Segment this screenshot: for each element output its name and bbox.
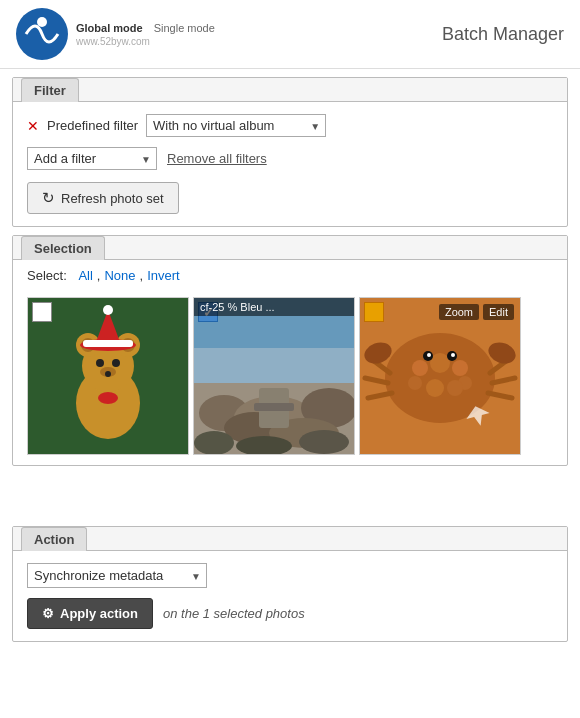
selection-controls: Select: All, None, Invert	[13, 260, 567, 287]
predefined-filter-label: Predefined filter	[47, 118, 138, 133]
action-select[interactable]: Synchronize metadata Delete Move to albu…	[27, 563, 207, 588]
apply-action-row: ⚙ Apply action on the 1 selected photos	[27, 598, 553, 629]
svg-point-16	[103, 305, 113, 315]
svg-point-13	[105, 371, 111, 377]
svg-point-18	[98, 392, 118, 404]
selection-tab: Selection	[21, 236, 105, 260]
edit-button[interactable]: Edit	[483, 304, 514, 320]
svg-rect-17	[83, 340, 133, 347]
predefined-filter-row: ✕ Predefined filter With no virtual albu…	[27, 114, 553, 137]
apply-action-info: on the 1 selected photos	[163, 606, 305, 621]
svg-rect-21	[194, 348, 354, 383]
header: Global mode Single mode www.52byw.com Ba…	[0, 0, 580, 69]
photo-item	[27, 297, 189, 455]
add-filter-row: Add a filter Remove all filters	[27, 147, 553, 170]
refresh-label: Refresh photo set	[61, 191, 164, 206]
photos-grid: cf-25 % Bleu ... Zoom Edit	[13, 287, 567, 465]
photo-2-caption: cf-25 % Bleu ...	[194, 298, 354, 316]
svg-point-40	[426, 379, 444, 397]
header-mode-links: Global mode Single mode www.52byw.com	[76, 22, 215, 47]
photo-item: cf-25 % Bleu ...	[193, 297, 355, 455]
svg-point-28	[194, 431, 234, 454]
apply-action-button[interactable]: ⚙ Apply action	[27, 598, 153, 629]
action-section: Action Synchronize metadata Delete Move …	[12, 526, 568, 642]
select-invert-link[interactable]: Invert	[147, 268, 180, 283]
selection-tab-container: Selection	[13, 236, 567, 260]
svg-point-52	[427, 353, 431, 357]
svg-point-37	[452, 360, 468, 376]
svg-point-1	[37, 17, 47, 27]
filter-body: ✕ Predefined filter With no virtual albu…	[13, 102, 567, 226]
photo-1-checkbox[interactable]	[32, 302, 52, 322]
filter-tab: Filter	[21, 78, 79, 102]
single-mode-link[interactable]: Single mode	[154, 22, 215, 34]
svg-point-10	[96, 359, 104, 367]
logo-area: Global mode Single mode www.52byw.com	[16, 8, 215, 60]
apply-gear-icon: ⚙	[42, 606, 54, 621]
svg-point-35	[412, 360, 428, 376]
action-tab: Action	[21, 527, 87, 551]
svg-point-53	[451, 353, 455, 357]
svg-point-30	[299, 430, 349, 454]
app-logo	[16, 8, 68, 60]
global-mode-link[interactable]: Global mode	[76, 22, 143, 34]
filter-tab-container: Filter	[13, 78, 567, 102]
action-select-row: Synchronize metadata Delete Move to albu…	[27, 563, 553, 588]
svg-point-11	[112, 359, 120, 367]
filter-section: Filter ✕ Predefined filter With no virtu…	[12, 77, 568, 227]
photo-3-checkbox[interactable]	[364, 302, 384, 322]
refresh-photo-set-button[interactable]: ↻ Refresh photo set	[27, 182, 179, 214]
select-label: Select:	[27, 268, 67, 283]
svg-rect-32	[254, 403, 294, 411]
action-select-wrapper: Synchronize metadata Delete Move to albu…	[27, 563, 207, 588]
photo-3-actions: Zoom Edit	[439, 304, 514, 320]
predefined-filter-select[interactable]: With no virtual album With virtual album…	[146, 114, 326, 137]
photo-item: Zoom Edit	[359, 297, 521, 455]
apply-action-label: Apply action	[60, 606, 138, 621]
svg-point-38	[408, 376, 422, 390]
remove-all-filters-link[interactable]: Remove all filters	[167, 151, 267, 166]
photo-3-image	[360, 298, 520, 454]
action-tab-container: Action	[13, 527, 567, 551]
add-filter-select-wrapper: Add a filter	[27, 147, 157, 170]
predefined-filter-select-wrapper: With no virtual album With virtual album…	[146, 114, 326, 137]
batch-manager-title: Batch Manager	[442, 24, 564, 45]
zoom-button[interactable]: Zoom	[439, 304, 479, 320]
select-all-link[interactable]: All	[78, 268, 92, 283]
photo-2-image	[194, 298, 354, 454]
selection-section: Selection Select: All, None, Invert	[12, 235, 568, 466]
photo-1-image	[28, 298, 188, 454]
remove-filter-x[interactable]: ✕	[27, 118, 39, 134]
add-filter-select[interactable]: Add a filter	[27, 147, 157, 170]
refresh-icon: ↻	[42, 189, 55, 207]
svg-point-41	[447, 380, 463, 396]
select-none-link[interactable]: None	[104, 268, 135, 283]
select-row: Select: All, None, Invert	[27, 268, 553, 283]
action-body: Synchronize metadata Delete Move to albu…	[13, 551, 567, 641]
